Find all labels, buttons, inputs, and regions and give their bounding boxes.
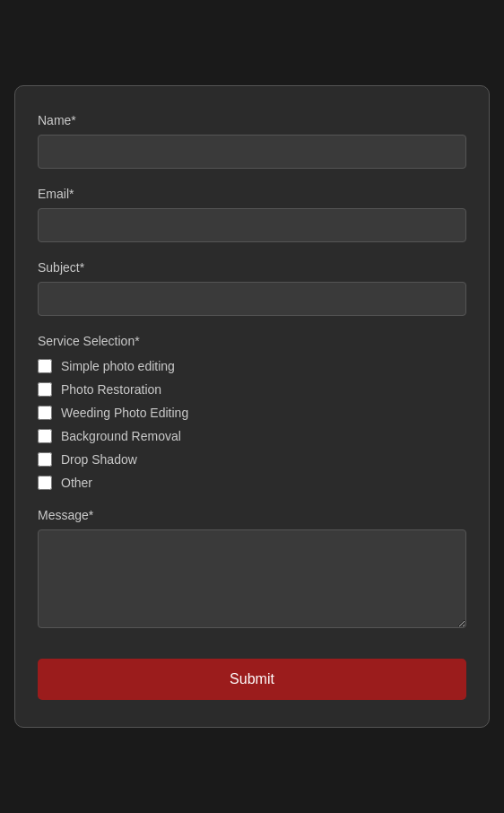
- checkbox-photo-restoration[interactable]: [38, 382, 52, 397]
- service-checkbox-item: Background Removal: [38, 429, 466, 443]
- message-input[interactable]: [38, 529, 466, 628]
- checkbox-drop-shadow[interactable]: [38, 452, 52, 467]
- message-field-group: Message*: [38, 508, 466, 632]
- label-photo-restoration[interactable]: Photo Restoration: [61, 382, 161, 397]
- checkbox-simple-photo-editing[interactable]: [38, 359, 52, 373]
- subject-label: Subject*: [38, 260, 466, 275]
- label-drop-shadow[interactable]: Drop Shadow: [61, 452, 137, 467]
- service-checkbox-item: Drop Shadow: [38, 452, 466, 467]
- submit-button[interactable]: Submit: [38, 659, 466, 700]
- checkbox-weeding-photo-editing[interactable]: [38, 406, 52, 420]
- message-label: Message*: [38, 508, 466, 522]
- contact-form: Name* Email* Subject* Service Selection*…: [14, 85, 490, 728]
- label-weeding-photo-editing[interactable]: Weeding Photo Editing: [61, 406, 188, 420]
- name-field-group: Name*: [38, 113, 466, 169]
- label-simple-photo-editing[interactable]: Simple photo editing: [61, 359, 175, 373]
- service-selection-label: Service Selection*: [38, 334, 466, 348]
- label-other[interactable]: Other: [61, 476, 92, 490]
- name-label: Name*: [38, 113, 466, 127]
- email-input[interactable]: [38, 208, 466, 242]
- email-label: Email*: [38, 187, 466, 201]
- checkbox-other[interactable]: [38, 476, 52, 490]
- label-background-removal[interactable]: Background Removal: [61, 429, 181, 443]
- email-field-group: Email*: [38, 187, 466, 242]
- subject-field-group: Subject*: [38, 260, 466, 316]
- service-selection-group: Service Selection* Simple photo editingP…: [38, 334, 466, 490]
- service-checkbox-item: Other: [38, 476, 466, 490]
- service-checkbox-item: Weeding Photo Editing: [38, 406, 466, 420]
- subject-input[interactable]: [38, 282, 466, 316]
- service-checkbox-item: Photo Restoration: [38, 382, 466, 397]
- checkbox-background-removal[interactable]: [38, 429, 52, 443]
- name-input[interactable]: [38, 135, 466, 169]
- service-checkboxes: Simple photo editingPhoto RestorationWee…: [38, 359, 466, 490]
- service-checkbox-item: Simple photo editing: [38, 359, 466, 373]
